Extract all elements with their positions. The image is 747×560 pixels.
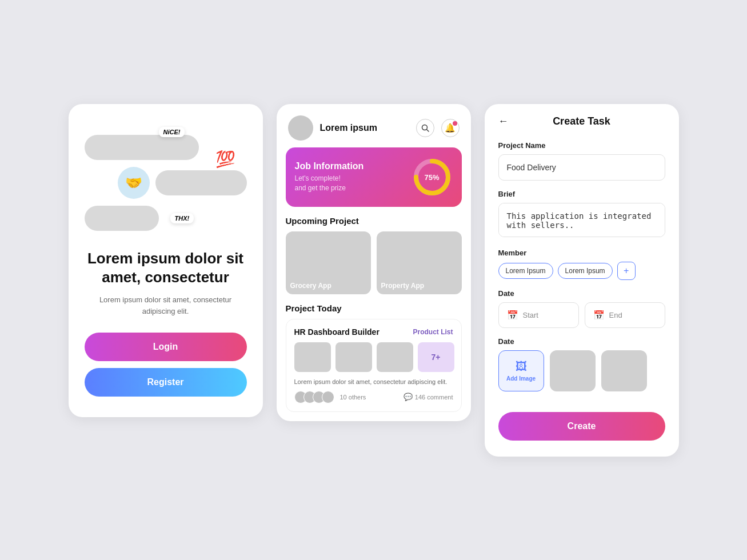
start-label: Start: [523, 311, 538, 319]
today-title: Project Today: [277, 303, 471, 313]
job-subtitle: Let's complete!and get the prize: [295, 174, 364, 193]
pt-comment: 💬 146 comment: [404, 393, 453, 401]
project-thumb-property[interactable]: Property App: [377, 231, 462, 294]
calendar-icon-start: 📅: [507, 310, 518, 321]
project-grid: Grocery App Property App: [277, 231, 471, 294]
project-label-grocery: Grocery App: [290, 282, 331, 290]
pt-image-1: [294, 342, 331, 372]
comment-count: 146 comment: [415, 394, 453, 401]
add-image-button[interactable]: 🖼 Add Image: [498, 350, 544, 391]
screen3-header: ← Create Task: [498, 115, 665, 127]
image-group: Date 🖼 Add Image: [498, 337, 665, 391]
pt-image-more: 7+: [418, 342, 454, 372]
back-button[interactable]: ←: [498, 115, 509, 127]
image-placeholder-1: [550, 350, 596, 391]
brief-label: Brief: [498, 190, 665, 198]
project-thumb-grocery[interactable]: Grocery App: [286, 231, 371, 294]
circle-decoration: 🤝: [118, 167, 150, 199]
screen1-title: Lorem ipsum dolor sit amet, consectetur: [85, 249, 247, 288]
svg-line-1: [426, 129, 429, 131]
screens-container: NiCE! 💯 🤝 THX! Lorem ipsum dolor sit ame…: [69, 104, 679, 457]
job-card-text: Job Information Let's complete!and get t…: [295, 161, 364, 193]
pt-avatar-4: [322, 391, 334, 403]
member-row: Lorem Ipsum Lorem Ipsum +: [498, 262, 665, 280]
project-today-card: HR Dashboard Builder Product List 7+ Lor…: [286, 319, 462, 412]
end-label: End: [609, 311, 622, 319]
add-image-label: Add Image: [506, 375, 536, 382]
image-icon: 🖼: [516, 360, 527, 373]
comment-icon: 💬: [404, 393, 413, 401]
notification-dot: [453, 121, 457, 126]
pt-image-2: [335, 342, 372, 372]
bubble-1: [85, 135, 199, 160]
pt-footer: 10 others 💬 146 comment: [294, 391, 453, 403]
date2-label: Date: [498, 337, 665, 346]
notification-button[interactable]: 🔔: [441, 119, 460, 137]
login-button[interactable]: Login: [85, 333, 247, 361]
pt-product-link[interactable]: Product List: [413, 328, 453, 336]
illustration: NiCE! 💯 🤝 THX!: [85, 127, 247, 231]
image-upload-row: 🖼 Add Image: [498, 350, 665, 391]
screen1-subtitle: Lorem ipsum dolor sit amet, consectetur …: [85, 294, 247, 317]
nice-badge: NiCE!: [159, 127, 185, 137]
hundred-emoji: 💯: [215, 150, 235, 169]
pt-images: 7+: [294, 342, 453, 372]
end-date-button[interactable]: 📅 End: [585, 302, 665, 328]
pt-image-3: [377, 342, 413, 372]
add-icon: +: [624, 266, 629, 276]
member-label: Member: [498, 249, 665, 257]
pt-description: Lorem ipsum dolor sit amet, consectetur …: [294, 378, 453, 386]
image-placeholder-2: [601, 350, 647, 391]
pt-others: 10 others: [340, 394, 366, 401]
job-card: Job Information Let's complete!and get t…: [286, 147, 462, 207]
date-label: Date: [498, 289, 665, 298]
date-group: Date 📅 Start 📅 End: [498, 289, 665, 328]
screen1: NiCE! 💯 🤝 THX! Lorem ipsum dolor sit ame…: [69, 104, 263, 418]
member-tag-1[interactable]: Lorem Ipsum: [498, 263, 553, 279]
header-icons: 🔔: [416, 119, 460, 137]
date-row: 📅 Start 📅 End: [498, 302, 665, 328]
create-button[interactable]: Create: [498, 412, 665, 441]
upcoming-title: Upcoming Project: [277, 216, 471, 226]
register-button[interactable]: Register: [85, 368, 247, 397]
donut-chart: 75%: [412, 157, 453, 198]
donut-label: 75%: [424, 173, 439, 181]
screen2: Lorem ipsum 🔔 Job Information Let's comp…: [277, 104, 471, 421]
project-name-input[interactable]: [498, 154, 665, 181]
calendar-icon-end: 📅: [593, 310, 605, 321]
start-date-button[interactable]: 📅 Start: [498, 302, 579, 328]
search-button[interactable]: [416, 119, 434, 137]
user-name: Lorem ipsum: [320, 123, 409, 133]
job-title: Job Information: [295, 161, 364, 171]
add-member-button[interactable]: +: [617, 262, 636, 280]
brief-group: Brief This application is integrated wit…: [498, 190, 665, 239]
bubble-3: [85, 206, 159, 231]
bubble-2: [155, 170, 247, 195]
project-label-property: Property App: [381, 282, 425, 290]
project-name-label: Project Name: [498, 141, 665, 150]
project-name-group: Project Name: [498, 141, 665, 181]
member-tag-2[interactable]: Lorem Ipsum: [558, 263, 613, 279]
thx-badge: THX!: [170, 213, 194, 223]
brief-input[interactable]: This application is integrated with sell…: [498, 203, 665, 237]
screen2-header: Lorem ipsum 🔔: [277, 104, 471, 147]
member-group: Member Lorem Ipsum Lorem Ipsum +: [498, 249, 665, 280]
create-task-title: Create Task: [553, 115, 610, 127]
avatar: [288, 115, 313, 141]
pt-avatars: [294, 391, 334, 403]
pt-card-title: HR Dashboard Builder: [294, 327, 380, 337]
pt-header: HR Dashboard Builder Product List: [294, 327, 453, 337]
screen3: ← Create Task Project Name Brief This ap…: [485, 104, 679, 457]
